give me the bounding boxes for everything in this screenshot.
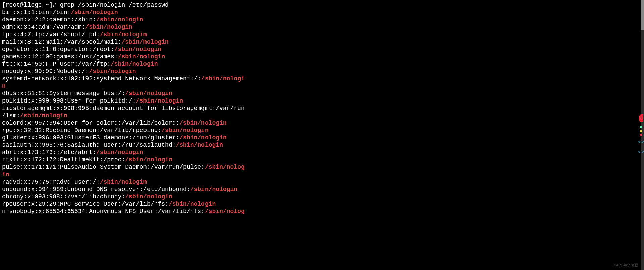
scrollbar-thumb[interactable] <box>641 0 644 30</box>
grep-match: /sbin/nologin <box>136 97 183 104</box>
terminal-line: colord:x:997:994:User for colord:/var/li… <box>2 119 642 127</box>
grep-match: /sbin/nologin <box>71 9 118 16</box>
grep-match: /sbin/nologin <box>125 156 172 163</box>
grep-match: /sbin/nologin <box>96 149 143 156</box>
row-pre: libstoragemgmt:x:998:995:daemon account … <box>2 105 245 112</box>
grep-match: /sbin/nologin <box>89 68 136 75</box>
terminal-line: lp:x:4:7:lp:/var/spool/lpd:/sbin/nologin <box>2 31 642 38</box>
terminal-line: chrony:x:993:988::/var/lib/chrony:/sbin/… <box>2 193 642 200</box>
monitor-sidebar: 1 0.0 0.0 <box>638 114 644 156</box>
row-pre: systemd-network:x:192:192:systemd Networ… <box>2 75 201 82</box>
terminal-line: adm:x:3:4:adm:/var/adm:/sbin/nologin <box>2 23 642 31</box>
grep-match: /sbin/nologin <box>125 90 172 97</box>
terminal-line: in <box>2 171 642 178</box>
watermark-text: CSDN @李凌聪 <box>612 261 638 269</box>
row-pre: abrt:x:173:173::/etc/abrt: <box>2 149 96 156</box>
row-pre: saslauth:x:995:76:Saslauthd user:/run/sa… <box>2 142 176 148</box>
row-pre: rtkit:x:172:172:RealtimeKit:/proc: <box>2 156 125 163</box>
terminal-line: abrt:x:173:173::/etc/abrt:/sbin/nologin <box>2 149 642 156</box>
indicator-yellow-icon <box>640 130 642 132</box>
grep-match: /sbin/nologin <box>100 31 147 38</box>
row-pre: games:x:12:100:games:/usr/games: <box>2 53 118 60</box>
grep-match: /sbin/nologin <box>100 179 147 185</box>
terminal-output[interactable]: [root@llcgc ~]# grep /sbin/nologin /etc/… <box>0 0 644 216</box>
row-pre: gluster:x:996:993:GlusterFS daemons:/run… <box>2 134 179 141</box>
terminal-line: nobody:x:99:99:Nobody:/:/sbin/nologin <box>2 68 642 75</box>
terminal-line: radvd:x:75:75:radvd user:/:/sbin/nologin <box>2 178 642 186</box>
row-pre: operator:x:11:0:operator:/root: <box>2 46 114 53</box>
indicator-green-icon <box>640 126 642 128</box>
grep-match: /sbin/nologin <box>176 142 223 148</box>
terminal-line: operator:x:11:0:operator:/root:/sbin/nol… <box>2 46 642 53</box>
row-pre: dbus:x:81:81:System message bus:/: <box>2 90 125 97</box>
terminal-line: nfsnobody:x:65534:65534:Anonymous NFS Us… <box>2 208 642 215</box>
terminal-line: pulse:x:171:171:PulseAudio System Daemon… <box>2 163 642 171</box>
row-pre: radvd:x:75:75:radvd user:/: <box>2 179 100 185</box>
row-pre: daemon:x:2:2:daemon:/sbin: <box>2 16 96 23</box>
row-pre: lp:x:4:7:lp:/var/spool/lpd: <box>2 31 100 38</box>
row-pre: nfsnobody:x:65534:65534:Anonymous NFS Us… <box>2 208 205 215</box>
terminal-line: saslauth:x:995:76:Saslauthd user:/run/sa… <box>2 141 642 149</box>
terminal-line: gluster:x:996:993:GlusterFS daemons:/run… <box>2 134 642 141</box>
grep-match: /sbin/nologin <box>121 39 168 45</box>
terminal-line: libstoragemgmt:x:998:995:daemon account … <box>2 105 642 112</box>
grep-match: in <box>2 171 9 178</box>
row-pre: adm:x:3:4:adm:/var/adm: <box>2 24 85 30</box>
metric-value: 0.0 <box>638 148 644 156</box>
grep-match: /sbin/nolog <box>205 164 245 171</box>
terminal-line: rpcuser:x:29:29:RPC Service User:/var/li… <box>2 200 642 208</box>
grep-match: /sbin/nologin <box>111 61 158 67</box>
terminal-line: n <box>2 82 642 90</box>
terminal-line: mail:x:8:12:mail:/var/spool/mail:/sbin/n… <box>2 38 642 46</box>
row-pre: bin:x:1:1:bin:/bin: <box>2 9 71 16</box>
row-pre: colord:x:997:994:User for colord:/var/li… <box>2 120 179 126</box>
metric-value: 0.0 <box>638 138 644 146</box>
row-pre: chrony:x:993:988::/var/lib/chrony: <box>2 193 125 200</box>
grep-match: /sbin/nolog <box>205 208 245 215</box>
grep-match: /sbin/nologin <box>96 16 143 23</box>
grep-match: /sbin/nologin <box>20 112 67 119</box>
indicator-red-icon <box>640 134 642 136</box>
grep-match: /sbin/nologin <box>179 120 226 126</box>
terminal-line: unbound:x:994:989:Unbound DNS resolver:/… <box>2 186 642 193</box>
terminal-line: ftp:x:14:50:FTP User:/var/ftp:/sbin/nolo… <box>2 60 642 68</box>
grep-match: /sbin/nologin <box>161 127 208 134</box>
row-pre: /lsm: <box>2 112 20 119</box>
row-pre: unbound:x:994:989:Unbound DNS resolver:/… <box>2 186 190 193</box>
notification-badge[interactable]: 1 <box>639 114 643 122</box>
terminal-line: daemon:x:2:2:daemon:/sbin:/sbin/nologin <box>2 16 642 23</box>
grep-match: /sbin/nologi <box>201 75 245 82</box>
terminal-line: polkitd:x:999:998:User for polkitd:/:/sb… <box>2 97 642 105</box>
terminal-line: systemd-network:x:192:192:systemd Networ… <box>2 75 642 82</box>
row-pre: pulse:x:171:171:PulseAudio System Daemon… <box>2 164 205 171</box>
grep-match: /sbin/nologin <box>190 186 237 193</box>
command-line: [root@llcgc ~]# grep /sbin/nologin /etc/… <box>2 2 169 8</box>
terminal-line: rtkit:x:172:172:RealtimeKit:/proc:/sbin/… <box>2 156 642 163</box>
row-pre: rpc:x:32:32:Rpcbind Daemon:/var/lib/rpcb… <box>2 127 161 134</box>
terminal-line: [root@llcgc ~]# grep /sbin/nologin /etc/… <box>2 1 642 9</box>
row-pre: polkitd:x:999:998:User for polkitd:/: <box>2 97 136 104</box>
row-pre: nobody:x:99:99:Nobody:/: <box>2 68 89 75</box>
terminal-line: rpc:x:32:32:Rpcbind Daemon:/var/lib/rpcb… <box>2 127 642 134</box>
grep-match: /sbin/nologin <box>179 134 226 141</box>
row-pre: ftp:x:14:50:FTP User:/var/ftp: <box>2 61 111 67</box>
terminal-line: games:x:12:100:games:/usr/games:/sbin/no… <box>2 53 642 60</box>
grep-match: /sbin/nologin <box>85 24 132 30</box>
grep-match: /sbin/nologin <box>125 193 172 200</box>
grep-match: n <box>2 83 6 89</box>
terminal-line: bin:x:1:1:bin:/bin:/sbin/nologin <box>2 9 642 16</box>
grep-match: /sbin/nologin <box>169 201 216 207</box>
grep-match: /sbin/nologin <box>114 46 161 53</box>
terminal-line: /lsm:/sbin/nologin <box>2 112 642 119</box>
grep-match: /sbin/nologin <box>118 53 165 60</box>
row-pre: rpcuser:x:29:29:RPC Service User:/var/li… <box>2 201 169 207</box>
row-pre: mail:x:8:12:mail:/var/spool/mail: <box>2 39 121 45</box>
terminal-line: dbus:x:81:81:System message bus:/:/sbin/… <box>2 90 642 97</box>
